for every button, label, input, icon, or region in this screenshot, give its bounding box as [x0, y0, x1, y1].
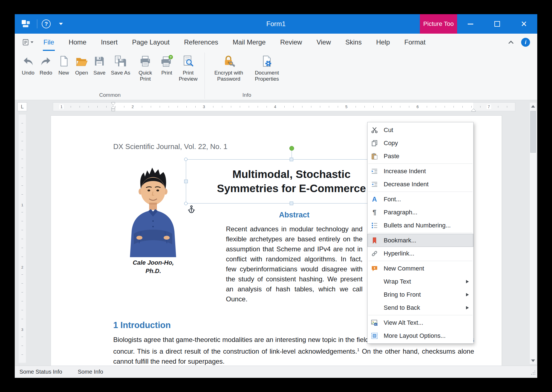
title-selection-frame[interactable]: Multimodal, Stochastic Symmetries for E-…: [186, 159, 397, 204]
ruler-right-margin: [473, 103, 515, 111]
horizontal-ruler[interactable]: 1 2 3 4 5 6 7: [53, 102, 515, 111]
group-label-info: Info: [209, 92, 285, 100]
menu-item-increase-indent[interactable]: Increase Indent: [368, 165, 473, 178]
tab-file[interactable]: File: [43, 34, 55, 51]
scrollbar-thumb[interactable]: [530, 111, 536, 153]
tab-review[interactable]: Review: [280, 34, 303, 51]
group-label-common: Common: [19, 92, 201, 100]
quick-print-button[interactable]: Quick Print: [133, 53, 158, 83]
menu-item-bookmark[interactable]: Bookmark...: [368, 234, 473, 247]
resize-grip[interactable]: [531, 370, 536, 377]
increase-indent-icon: [371, 168, 378, 175]
empty-icon: [371, 304, 378, 311]
menu-item-send-to-back[interactable]: Send to Back: [368, 301, 473, 314]
menu-item-cut[interactable]: Cut: [368, 123, 473, 137]
titlebar-divider: [37, 19, 37, 28]
menu-item-wrap-text[interactable]: Wrap Text: [368, 275, 473, 288]
author-photo[interactable]: [122, 162, 185, 257]
tab-home[interactable]: Home: [68, 34, 87, 51]
open-button[interactable]: Open: [73, 53, 90, 76]
print-preview-button[interactable]: Print Preview: [176, 53, 201, 83]
minimize-icon: [468, 24, 473, 24]
save-as-button[interactable]: Save As: [108, 53, 133, 76]
tab-format[interactable]: Format: [404, 34, 426, 51]
close-button[interactable]: ×: [511, 14, 537, 34]
close-icon: ×: [521, 19, 527, 29]
lock-key-icon: [222, 55, 235, 68]
collapse-ribbon-icon[interactable]: [508, 41, 513, 46]
titlebar: ? Form1 Picture Too ×: [15, 14, 537, 34]
menu-item-more-layout-options[interactable]: More Layout Options...: [368, 329, 473, 342]
menu-separator: [368, 233, 472, 233]
picture-tools-contextual-tab[interactable]: Picture Too: [420, 14, 457, 34]
tab-references[interactable]: References: [184, 34, 219, 51]
print-button[interactable]: ? Print: [158, 53, 176, 76]
alt-badge-text: ALT: [374, 323, 378, 325]
menu-separator: [368, 192, 472, 192]
tab-mail-merge[interactable]: Mail Merge: [232, 34, 266, 51]
menu-item-copy[interactable]: Copy: [368, 137, 473, 150]
help-icon[interactable]: ?: [42, 19, 51, 28]
menu-item-paragraph[interactable]: ¶ Paragraph...: [368, 206, 473, 219]
menu-item-bring-to-front[interactable]: Bring to Front: [368, 288, 473, 301]
tab-selector-button[interactable]: L: [18, 102, 27, 111]
resize-handle-top-left[interactable]: [184, 158, 188, 161]
tab-insert[interactable]: Insert: [100, 34, 118, 51]
app-logo-icon[interactable]: [20, 18, 33, 30]
menu-item-bullets-numbering[interactable]: Bullets and Numbering...: [368, 219, 473, 232]
info-icon[interactable]: i: [521, 38, 530, 47]
vertical-scrollbar[interactable]: [529, 102, 537, 364]
vertical-ruler[interactable]: 1 2 3: [19, 115, 26, 363]
caption-line-2: Ph.D.: [107, 267, 200, 275]
bullet-list-icon: [371, 222, 378, 229]
footnote-reference: 1: [357, 347, 359, 352]
resize-handle-bottom-left[interactable]: [184, 202, 188, 205]
menu-separator: [368, 163, 472, 164]
status-text-info: Some Info: [78, 369, 103, 375]
paragraph-icon: ¶: [371, 209, 378, 216]
print-help-badge: ?: [170, 56, 172, 59]
resize-handle-left[interactable]: [184, 180, 188, 183]
encrypt-with-password-button[interactable]: Encrypt with Password: [209, 53, 249, 83]
window-title: Form1: [266, 20, 285, 28]
copy-icon: [371, 140, 378, 147]
rotate-handle[interactable]: [289, 146, 294, 151]
app-window: ? Form1 Picture Too × File Home Insert P…: [15, 14, 537, 378]
scroll-down-button[interactable]: [530, 357, 536, 364]
undo-button[interactable]: Undo: [19, 53, 37, 76]
menu-item-view-alt-text[interactable]: ALT View Alt Text...: [368, 316, 473, 329]
quick-access-dropdown-icon[interactable]: [59, 23, 63, 25]
submenu-arrow-icon: [466, 293, 469, 296]
tab-view[interactable]: View: [316, 34, 332, 51]
font-icon: A: [371, 196, 378, 203]
decrease-indent-icon: [371, 181, 378, 188]
menu-item-paste[interactable]: Paste: [368, 150, 473, 163]
menu-item-new-comment[interactable]: New Comment: [368, 262, 473, 275]
menu-item-decrease-indent[interactable]: Decrease Indent: [368, 178, 473, 191]
new-button[interactable]: New: [55, 53, 73, 76]
minimize-button[interactable]: [457, 14, 484, 34]
save-button[interactable]: Save: [90, 53, 108, 76]
document-menu-button[interactable]: [22, 39, 33, 46]
bookmark-icon: [371, 237, 378, 244]
tab-skins[interactable]: Skins: [345, 34, 362, 51]
left-indent-marker[interactable]: [111, 102, 115, 113]
tab-help[interactable]: Help: [376, 34, 390, 51]
menu-item-hyperlink[interactable]: Hyperlink...: [368, 247, 473, 260]
open-folder-icon: [75, 55, 88, 68]
quick-print-icon: [139, 55, 152, 68]
cut-icon: [371, 126, 378, 134]
resize-handle-top[interactable]: [290, 158, 293, 161]
menu-item-font[interactable]: A Font...: [368, 193, 473, 206]
maximize-button[interactable]: [484, 14, 511, 34]
scroll-up-button[interactable]: [530, 103, 536, 110]
right-indent-marker[interactable]: [471, 108, 476, 113]
document-properties-button[interactable]: Document Properties: [249, 53, 285, 83]
redo-icon: [40, 55, 52, 68]
tab-page-layout[interactable]: Page Layout: [132, 34, 170, 51]
resize-handle-bottom[interactable]: [290, 202, 293, 205]
redo-button[interactable]: Redo: [37, 53, 55, 76]
hyperlink-icon: [371, 250, 378, 257]
scroll-up-icon: [531, 105, 535, 108]
submenu-arrow-icon: [466, 280, 469, 283]
